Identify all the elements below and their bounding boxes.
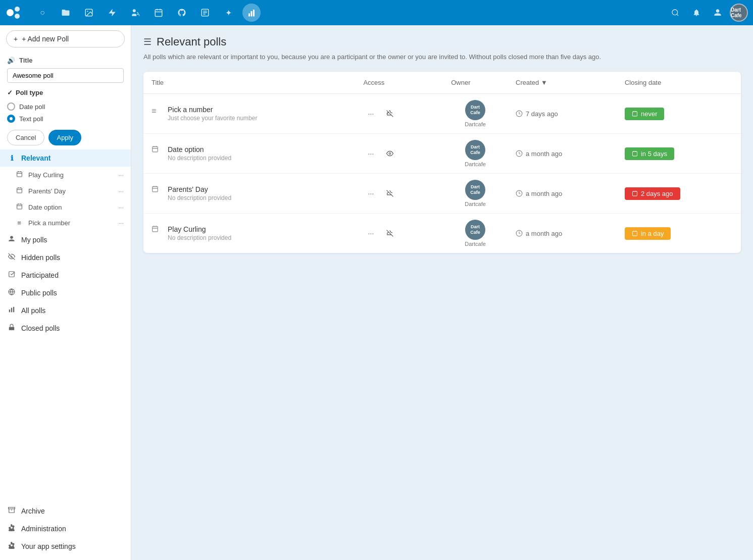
dashboard-icon[interactable]: ○ (33, 4, 52, 22)
speaker-icon: 🔊 (7, 57, 15, 64)
closed-polls-item[interactable]: Closed polls (0, 319, 131, 337)
list-item-icon: ≡ (15, 219, 23, 227)
poll-type-buttons: Cancel Apply (7, 130, 124, 145)
logo[interactable] (5, 3, 25, 23)
more-options-button[interactable]: ··· (363, 186, 378, 201)
hamburger-icon[interactable]: ☰ (143, 36, 152, 47)
poll-type-label-text: Poll type (16, 89, 43, 96)
poll-title: Date option (168, 145, 231, 154)
poll-desc: No description provided (168, 194, 231, 201)
user-avatar[interactable]: Dart Cafe (730, 4, 748, 22)
created-text: a month ago (526, 230, 562, 237)
calendar-icon[interactable] (149, 4, 168, 22)
svg-rect-14 (248, 14, 250, 17)
more-options-button[interactable]: ··· (363, 226, 378, 241)
play-curling-more[interactable]: ··· (118, 171, 124, 179)
hidden-polls-label: Hidden polls (21, 253, 124, 262)
administration-item[interactable]: Administration (0, 520, 131, 537)
list-type-icon: ≡ (152, 107, 162, 116)
calendar-type-icon (152, 185, 162, 194)
closing-text: in 5 days (641, 150, 667, 158)
github-icon[interactable] (173, 4, 191, 22)
pick-a-number-item[interactable]: ≡ Pick a number ··· (0, 215, 131, 231)
add-new-poll-button[interactable]: + + Add new Poll (6, 30, 125, 47)
parents-day-more[interactable]: ··· (118, 187, 124, 195)
svg-rect-11 (203, 11, 207, 12)
topbar: ○ ✦ (0, 0, 753, 25)
more-options-button[interactable]: ··· (363, 106, 378, 121)
activity-icon[interactable] (103, 4, 121, 22)
search-icon[interactable] (666, 4, 684, 22)
sidebar: + + Add new Poll 🔊 Title ✓ Poll type Dat… (0, 25, 131, 560)
all-polls-item[interactable]: All polls (0, 301, 131, 319)
sidebar-bottom: Archive Administration Your app settings (0, 502, 131, 560)
date-poll-option[interactable]: Date poll (7, 100, 124, 113)
poll-desc: No description provided (168, 234, 231, 241)
calendar-item-icon (15, 187, 23, 195)
parents-day-item[interactable]: Parents' Day ··· (0, 183, 131, 199)
apply-button[interactable]: Apply (48, 130, 81, 145)
app-settings-label: Your app settings (21, 542, 124, 550)
pick-number-more[interactable]: ··· (118, 219, 124, 227)
participated-item[interactable]: Participated (0, 266, 131, 284)
poll-row-actions: ··· (363, 146, 435, 161)
play-curling-label: Play Curling (28, 171, 113, 179)
svg-rect-46 (153, 147, 158, 152)
page-title: Relevant polls (157, 35, 226, 48)
date-option-label: Date option (28, 203, 113, 211)
cancel-button[interactable]: Cancel (7, 130, 44, 145)
title-section (0, 66, 131, 87)
my-polls-item[interactable]: My polls (0, 231, 131, 248)
access-icon[interactable] (382, 106, 397, 121)
notifications-icon[interactable] (687, 4, 706, 22)
text-poll-radio[interactable] (7, 115, 15, 123)
stars-icon[interactable]: ✦ (219, 4, 237, 22)
created-time: a month ago (516, 190, 609, 197)
text-poll-option[interactable]: Text poll (7, 113, 124, 125)
user-icon[interactable] (709, 4, 727, 22)
app-settings-item[interactable]: Your app settings (0, 537, 131, 555)
hidden-polls-item[interactable]: Hidden polls (0, 248, 131, 266)
date-poll-radio[interactable] (7, 103, 15, 111)
checkmark-icon: ✓ (7, 89, 13, 96)
poll-desc: No description provided (168, 155, 231, 162)
closing-text: 2 days ago (641, 190, 673, 197)
photos-icon[interactable] (80, 4, 98, 22)
polls-table: Title Access Owner Created ▼ Closing dat… (143, 72, 741, 253)
owner-name: Dartcafe (465, 201, 486, 207)
access-icon[interactable] (382, 186, 397, 201)
poll-title-input[interactable] (7, 68, 124, 83)
calendar-item-icon (15, 171, 23, 179)
svg-rect-23 (17, 188, 22, 193)
svg-rect-6 (155, 10, 162, 17)
relevant-nav-item[interactable]: ℹ Relevant (0, 149, 131, 167)
public-polls-item[interactable]: Public polls (0, 284, 131, 301)
forms-icon[interactable] (196, 4, 214, 22)
owner-avatar: DartCafe (465, 140, 485, 160)
access-icon[interactable] (382, 146, 397, 161)
polls-icon[interactable] (242, 4, 261, 22)
svg-rect-61 (632, 191, 637, 196)
date-option-more[interactable]: ··· (118, 203, 124, 211)
created-time: 7 days ago (516, 110, 609, 118)
created-text: 7 days ago (526, 110, 558, 118)
administration-label: Administration (21, 525, 124, 533)
closing-text: in a day (641, 230, 664, 237)
col-created[interactable]: Created ▼ (508, 72, 617, 94)
poll-type-section: ✓ Poll type Date poll Text poll Cancel A… (0, 87, 131, 149)
archive-item[interactable]: Archive (0, 502, 131, 520)
files-icon[interactable] (57, 4, 75, 22)
content-header: ☰ Relevant polls (143, 35, 741, 48)
contacts-icon[interactable] (126, 4, 144, 22)
play-curling-item[interactable]: Play Curling ··· (0, 167, 131, 183)
more-options-button[interactable]: ··· (363, 146, 378, 161)
poll-title: Parents' Day (168, 185, 231, 193)
closing-badge: in a day (625, 227, 671, 240)
poll-row-actions: ··· (363, 226, 435, 241)
date-option-item[interactable]: Date option ··· (0, 199, 131, 215)
created-text: a month ago (526, 190, 562, 197)
access-icon[interactable] (382, 226, 397, 241)
participated-label: Participated (21, 271, 124, 279)
svg-rect-39 (9, 507, 15, 509)
pick-number-label: Pick a number (28, 219, 113, 227)
